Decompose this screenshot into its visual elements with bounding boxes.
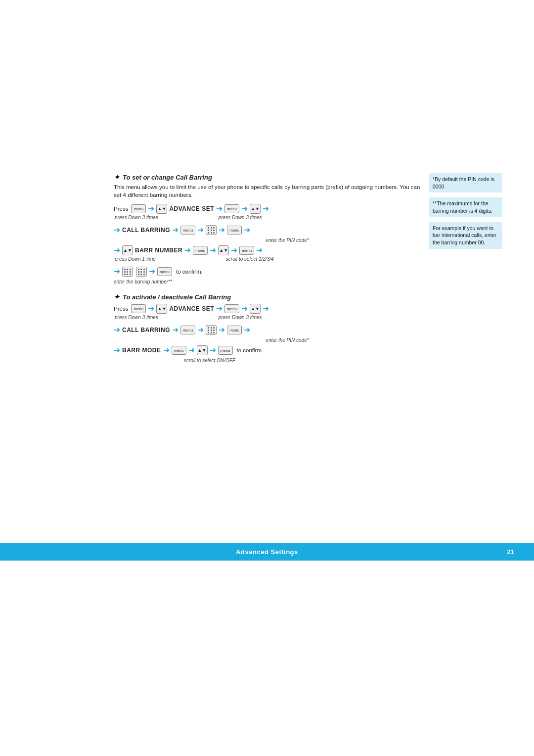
flow2-row3: ➜ BARR MODE ➜ menu ➜ ▲▼ ➜ menu to confir… [114,345,420,355]
caption3a: press Down 1 time [115,256,156,262]
page-content: ✦ To set or change Call Barring This men… [114,173,420,366]
menu-key-2: menu [224,204,239,213]
arrow19: ➜ [241,305,248,313]
arrow6: ➜ [172,226,178,234]
scroll-key-5: ▲▼ [156,304,167,314]
arrow9: ➜ [244,226,250,234]
arrow25: ➜ [244,326,250,334]
numpad-key-2 [122,267,133,277]
barr-mode-label: BARR MODE [122,347,161,354]
arrow16: ➜ [149,268,155,276]
arrow12: ➜ [210,246,216,254]
arrow11: ➜ [184,246,191,254]
scroll-key-7: ▲▼ [197,345,208,355]
arrow1: ➜ [148,205,154,213]
menu-key-13: menu [218,346,233,355]
scroll-key-3: ▲▼ [122,245,133,255]
arrow24: ➜ [219,326,225,334]
flow1-row2: ➜ CALL BARRING ➜ menu ➜ ➜ menu ➜ [114,225,420,235]
scroll-key-6: ▲▼ [250,304,261,314]
note2-text: **The maximums for the barring number is… [433,200,492,214]
bottom-bar-page: 21 [507,548,514,556]
confirm-text-1: to confirm. [176,269,203,275]
arrow8: ➜ [219,226,225,234]
confirm-text-2: to confirm. [237,347,264,353]
menu-key-3: menu [180,226,195,235]
note1-text: *By default the PIN code is 0000 [433,176,494,189]
menu-key-8: menu [131,304,146,313]
bottom-bar: Advanced Settings 21 [0,543,534,561]
caption1b: press Down 3 times [219,215,262,220]
caption1a: press Down 3 times [115,215,158,220]
arrow10: ➜ [114,246,120,254]
section2-title: ✦ To activate / deactivate Call Barring [114,293,420,301]
menu-key-11: menu [227,326,242,334]
bullet2: ✦ [114,293,120,301]
scroll-key-2: ▲▼ [250,204,261,214]
scroll-key-1: ▲▼ [156,204,167,214]
arrow4: ➜ [263,205,269,213]
press-label-1: Press [114,206,128,212]
scroll-key-4: ▲▼ [218,245,229,255]
arrow3: ➜ [241,205,248,213]
note1-box: *By default the PIN code is 0000 [429,173,502,192]
arrow17: ➜ [148,305,154,313]
enter-pin-2: enter the PIN code* [266,337,309,343]
arrow5: ➜ [114,226,120,234]
arrow2: ➜ [216,205,222,213]
numpad-key-3 [136,267,147,277]
note3-text: For example if you want to bar internati… [433,225,496,245]
arrow14: ➜ [256,246,263,254]
bottom-bar-title: Advanced Settings [236,548,298,556]
section1: ✦ To set or change Call Barring This men… [114,173,420,285]
arrow13: ➜ [231,246,237,254]
advance-set-label-2: ADVANCE SET [169,305,214,312]
menu-key-12: menu [172,346,186,355]
menu-key-7: menu [157,267,172,276]
arrow23: ➜ [197,326,204,334]
flow1-row1: Press menu ➜ ▲▼ ADVANCE SET ➜ menu ➜ ▲▼ … [114,204,420,214]
note3-box: For example if you want to bar internati… [429,222,502,249]
note2-box: **The maximums for the barring number is… [429,197,502,217]
section1-desc: This menu allows you to limit the use of… [114,183,420,199]
arrow20: ➜ [263,305,269,313]
sidebar-notes: *By default the PIN code is 0000 **The m… [429,173,502,254]
numpad-key-1 [206,225,217,235]
menu-key-5: menu [193,246,208,255]
menu-key-6: menu [239,246,254,255]
menu-key-1: menu [131,204,146,213]
call-barring-label-2: CALL BARRING [122,327,170,333]
arrow15: ➜ [114,268,120,276]
arrow28: ➜ [188,346,195,354]
advance-set-label: ADVANCE SET [169,205,214,212]
arrow18: ➜ [216,305,222,313]
menu-key-4: menu [227,226,242,235]
numpad-key-4 [206,325,217,335]
section2-title-text: To activate / deactivate Call Barring [123,293,231,301]
menu-key-9: menu [224,304,239,313]
call-barring-label: CALL BARRING [122,227,170,234]
on-off-caption: scroll to select ON/OFF [184,358,235,363]
bullet1: ✦ [114,173,120,181]
arrow27: ➜ [163,346,170,354]
caption3b: scroll to select 1/2/3/4 [226,256,274,262]
caption2-1a: press Down 3 times [115,315,158,320]
press-label-2: Press [114,306,128,312]
flow2-row2: ➜ CALL BARRING ➜ menu ➜ ➜ menu ➜ [114,325,420,335]
caption2-1b: press Down 3 times [219,315,262,320]
section2: ✦ To activate / deactivate Call Barring … [114,293,420,364]
arrow22: ➜ [172,326,178,334]
barr-number-label: BARR NUMBER [135,247,182,254]
arrow7: ➜ [197,226,204,234]
enter-pin-1: enter the PIN code* [266,237,309,243]
flow1-row3: ➜ ▲▼ BARR NUMBER ➜ menu ➜ ▲▼ ➜ menu ➜ [114,245,420,255]
entry-label-1: enter the barring number** [114,279,172,284]
section1-title: ✦ To set or change Call Barring [114,173,420,181]
arrow29: ➜ [210,346,216,354]
flow1-row4: ➜ ➜ menu to confirm. [114,267,420,277]
flow2-row1: Press menu ➜ ▲▼ ADVANCE SET ➜ menu ➜ ▲▼ … [114,304,420,314]
menu-key-10: menu [180,326,195,334]
section1-title-text: To set or change Call Barring [123,174,212,181]
arrow21: ➜ [114,326,120,334]
arrow26: ➜ [114,346,120,354]
